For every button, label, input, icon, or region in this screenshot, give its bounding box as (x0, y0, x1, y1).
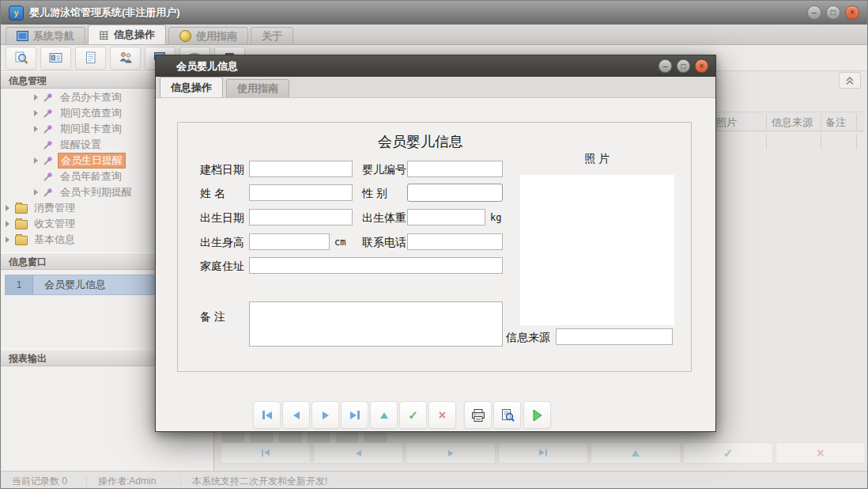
expand-arrow-icon[interactable] (34, 189, 38, 195)
tab-label: 系统导航 (33, 29, 74, 44)
users-icon (119, 51, 133, 64)
baby-no-label: 婴儿编号 (362, 161, 406, 178)
tree-item-label: 收支管理 (32, 216, 77, 232)
gender-combo[interactable] (407, 184, 503, 202)
nav-post-button[interactable]: ✓ (683, 442, 773, 464)
tree-item-label: 会员生日提醒 (58, 153, 126, 169)
wand-icon (42, 187, 54, 198)
nav-up-button[interactable] (591, 442, 681, 464)
nav-prior-button[interactable] (313, 442, 403, 464)
dialog-tab-user-guide[interactable]: 使用指南 (226, 79, 289, 97)
dialog-maximize-button[interactable]: □ (677, 59, 690, 73)
dialog-title-bar: 会员婴儿信息 – □ × (156, 55, 715, 77)
tree-item-label: 期间充值查询 (58, 105, 124, 121)
dialog-run-button[interactable] (523, 401, 551, 429)
folder-icon (15, 204, 28, 214)
window-title: 婴儿游泳馆管理系统(非注册用户) (29, 6, 180, 20)
close-button[interactable]: × (845, 6, 859, 20)
document-button[interactable] (75, 47, 106, 70)
form-title: 会员婴儿信息 (178, 132, 663, 151)
coin-icon (179, 30, 191, 42)
dialog-nav-prior-button[interactable] (282, 401, 310, 429)
address-input[interactable] (249, 257, 503, 274)
phone-input[interactable] (407, 233, 503, 250)
expand-arrow-icon[interactable] (6, 205, 9, 211)
dialog-print-preview-button[interactable] (493, 401, 521, 429)
chevron-double-up-icon (845, 76, 855, 85)
window-icon (17, 31, 28, 41)
photo-placeholder (520, 175, 674, 325)
collapse-panel-button[interactable] (839, 72, 861, 89)
minimize-button[interactable]: – (807, 6, 821, 20)
document-icon (84, 51, 98, 64)
tree-item-label: 期间退卡查询 (58, 121, 124, 137)
dialog-nav-next-button[interactable] (311, 401, 339, 429)
expand-arrow-icon[interactable] (6, 221, 9, 227)
dialog-tab-bar: 信息操作 使用指南 (156, 77, 715, 98)
status-operator: 操作者:Admin (87, 475, 181, 487)
nav-next-button[interactable] (406, 442, 496, 464)
tree-item-label: 会员卡到期提醒 (58, 184, 134, 200)
tab-user-guide[interactable]: 使用指南 (168, 27, 248, 44)
app-window: y 婴儿游泳馆管理系统(非注册用户) – □ × 系统导航 信息操作 使用指南 … (0, 0, 868, 489)
nav-cancel-button[interactable]: × (776, 442, 866, 464)
birth-height-label: 出生身高 (200, 233, 244, 251)
phone-label: 联系电话 (362, 233, 406, 251)
grid-column-photo[interactable]: 照片 (716, 112, 737, 132)
app-logo-icon: y (9, 6, 24, 21)
list-item-label: 会员婴儿信息 (33, 278, 106, 292)
status-record-count: 当前记录数 0 (1, 475, 87, 487)
tab-system-nav[interactable]: 系统导航 (6, 27, 85, 44)
printer-icon (471, 409, 485, 422)
maximize-button[interactable]: □ (826, 6, 840, 20)
birth-date-input[interactable] (249, 209, 353, 226)
expand-arrow-icon[interactable] (34, 94, 38, 100)
grid-column-source[interactable]: 信息来源 (772, 112, 813, 132)
nav-first-button[interactable] (221, 442, 311, 464)
name-label: 姓 名 (200, 184, 225, 202)
expand-arrow-icon[interactable] (6, 237, 9, 243)
users-button[interactable] (110, 47, 141, 70)
search-button[interactable] (6, 47, 36, 70)
grid-column-remarks[interactable]: 备注 (825, 112, 846, 132)
column-separator (821, 134, 821, 150)
birth-height-input[interactable] (249, 233, 330, 250)
source-input[interactable] (556, 328, 673, 345)
nav-last-button[interactable] (498, 442, 588, 464)
main-record-navigator: ✓ × (221, 442, 866, 464)
gender-label: 性 别 (362, 184, 387, 202)
run-icon (532, 409, 543, 422)
tab-label: 关于 (262, 29, 282, 44)
check-icon: ✓ (723, 447, 734, 459)
birth-weight-input[interactable] (407, 209, 485, 226)
dialog-nav-cancel-button[interactable]: × (428, 401, 456, 429)
baby-no-input[interactable] (407, 161, 503, 177)
card-view-button[interactable] (40, 47, 71, 70)
dialog-nav-first-button[interactable] (253, 401, 281, 429)
address-label: 家庭住址 (200, 257, 244, 275)
dialog-nav-last-button[interactable] (341, 401, 368, 429)
file-date-input[interactable] (249, 161, 353, 177)
wand-icon (42, 171, 54, 182)
birth-weight-label: 出生体重 (362, 209, 406, 226)
dialog-print-button[interactable] (464, 401, 492, 429)
tab-about[interactable]: 关于 (251, 27, 293, 44)
status-message: 本系统支持二次开发和全新开发! (181, 475, 338, 487)
name-input[interactable] (249, 184, 353, 201)
expand-arrow-icon[interactable] (34, 126, 38, 132)
cancel-icon: × (817, 447, 824, 460)
dialog-close-button[interactable]: × (695, 59, 708, 73)
dialog-tab-info-operation[interactable]: 信息操作 (160, 77, 223, 97)
expand-arrow-icon[interactable] (34, 110, 38, 116)
dialog-title: 会员婴儿信息 (176, 59, 238, 74)
dialog-minimize-button[interactable]: – (659, 59, 672, 73)
list-item-index: 1 (6, 275, 33, 294)
birth-date-label: 出生日期 (200, 209, 244, 226)
dialog-nav-up-button[interactable] (370, 401, 398, 429)
dialog-nav-post-button[interactable]: ✓ (399, 401, 427, 429)
weight-unit-label: kg (490, 209, 501, 226)
remarks-textarea[interactable] (249, 301, 503, 347)
expand-arrow-icon[interactable] (34, 157, 38, 164)
tab-info-operation[interactable]: 信息操作 (88, 25, 166, 44)
cancel-icon: × (439, 409, 446, 422)
